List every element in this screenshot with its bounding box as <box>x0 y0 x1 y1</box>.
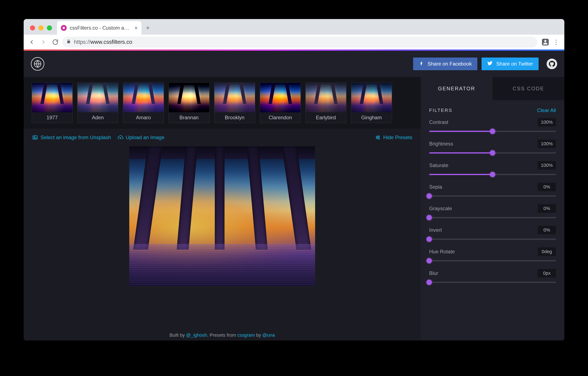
share-facebook-label: Share on Facebook <box>428 61 472 67</box>
preset-gingham[interactable]: Gingham <box>351 82 392 123</box>
filters-heading: FILTERS <box>429 108 452 113</box>
select-unsplash-link[interactable]: Select an image from Unsplash <box>32 134 111 140</box>
share-twitter-button[interactable]: Share on Twitter <box>482 57 539 70</box>
clear-all-button[interactable]: Clear All <box>537 107 556 113</box>
preset-thumb <box>214 83 255 112</box>
preset-thumb <box>351 83 392 112</box>
slider-value: 0deg <box>538 247 556 256</box>
page-content: Share on Facebook Share on Twitter 1977A… <box>24 49 564 341</box>
reload-button[interactable] <box>50 37 60 47</box>
preset-label: 1977 <box>32 112 73 123</box>
profile-button[interactable] <box>540 37 550 47</box>
slider-track[interactable] <box>429 260 556 261</box>
github-link[interactable] <box>546 59 557 69</box>
slider-grayscale: Grayscale0% <box>429 204 556 218</box>
slider-knob[interactable] <box>426 236 432 242</box>
cssgram-link[interactable]: cssgram <box>237 332 255 338</box>
fullscreen-window-button[interactable] <box>47 25 52 31</box>
slider-value: 100% <box>538 161 556 170</box>
preset-clarendon[interactable]: Clarendon <box>260 82 301 123</box>
slider-track[interactable] <box>429 217 556 218</box>
tab-strip: cssFilters.co - Custom and Inst × + <box>24 19 564 35</box>
slider-track[interactable] <box>429 174 556 175</box>
new-tab-button[interactable]: + <box>142 21 154 35</box>
slider-label: Grayscale <box>429 206 452 211</box>
slider-track[interactable] <box>429 152 556 154</box>
slider-knob[interactable] <box>490 129 495 134</box>
tab-close-icon[interactable]: × <box>135 25 138 31</box>
slider-value: 100% <box>538 118 556 126</box>
favicon <box>61 25 67 31</box>
slider-knob[interactable] <box>426 193 432 199</box>
svg-point-3 <box>34 137 35 137</box>
browser-window: cssFilters.co - Custom and Inst × + http… <box>24 19 564 341</box>
slider-value: 0% <box>538 204 556 213</box>
preset-brooklyn[interactable]: Brooklyn <box>214 82 255 123</box>
preset-earlybird[interactable]: Earlybird <box>305 82 346 123</box>
preset-label: Aden <box>77 112 118 123</box>
image-icon <box>32 134 38 140</box>
slider-label: Saturate <box>429 162 448 168</box>
slider-track[interactable] <box>429 239 556 240</box>
preset-aden[interactable]: Aden <box>77 82 118 123</box>
slider-label: Sepia <box>429 184 442 190</box>
upload-image-link[interactable]: Upload an Image <box>117 134 165 140</box>
preset-brannan[interactable]: Brannan <box>168 82 210 123</box>
preset-strip[interactable]: 1977AdenAmaroBrannanBrooklynClarendonEar… <box>24 77 421 129</box>
slider-track[interactable] <box>429 195 556 197</box>
minimize-window-button[interactable] <box>38 25 43 31</box>
hide-presets-toggle[interactable]: Hide Presets <box>375 134 412 140</box>
upload-icon <box>117 134 123 140</box>
tab-css-code[interactable]: CSS CODE <box>493 77 564 100</box>
preset-thumb <box>123 83 164 112</box>
slider-sepia: Sepia0% <box>429 183 556 197</box>
preset-1977[interactable]: 1977 <box>32 82 73 123</box>
browser-toolbar: https://www.cssfilters.co ⋮ <box>24 35 564 49</box>
preset-label: Clarendon <box>260 112 301 123</box>
preset-thumb <box>32 83 73 112</box>
una-link[interactable]: @una <box>262 332 275 338</box>
browser-tab[interactable]: cssFilters.co - Custom and Inst × <box>57 21 142 35</box>
app-header: Share on Facebook Share on Twitter <box>24 51 564 77</box>
preset-label: Earlybird <box>306 112 346 123</box>
select-unsplash-label: Select an image from Unsplash <box>41 134 111 140</box>
slider-blur: Blur0px <box>429 269 556 283</box>
lock-icon <box>66 39 71 45</box>
preview-image[interactable] <box>129 146 315 286</box>
hide-presets-label: Hide Presets <box>383 134 412 140</box>
tab-generator[interactable]: GENERATOR <box>421 77 493 100</box>
window-controls <box>27 25 55 35</box>
twitter-icon <box>487 60 493 67</box>
profile-icon <box>542 39 549 45</box>
preset-thumb <box>260 83 301 112</box>
back-button[interactable] <box>27 37 37 47</box>
share-facebook-button[interactable]: Share on Facebook <box>413 57 477 70</box>
menu-button[interactable]: ⋮ <box>551 37 561 47</box>
slider-knob[interactable] <box>426 258 432 264</box>
slider-track[interactable] <box>429 282 556 283</box>
preset-amaro[interactable]: Amaro <box>123 82 164 123</box>
kebab-icon: ⋮ <box>553 38 560 46</box>
slider-saturate: Saturate100% <box>429 161 556 175</box>
preset-label: Brannan <box>169 112 209 123</box>
preset-thumb <box>77 83 118 112</box>
slider-label: Hue Rotate <box>429 249 455 254</box>
slider-knob[interactable] <box>426 280 432 285</box>
slider-knob[interactable] <box>490 150 495 156</box>
svg-point-5 <box>377 137 378 138</box>
slider-knob[interactable] <box>426 215 432 220</box>
slider-label: Blur <box>429 270 438 276</box>
slider-knob[interactable] <box>490 172 495 177</box>
slider-track[interactable] <box>429 131 556 132</box>
forward-button[interactable] <box>38 37 49 47</box>
slider-label: Invert <box>429 227 442 233</box>
slider-value: 0% <box>538 226 556 234</box>
author-link[interactable]: @_ighosh <box>186 332 207 338</box>
preset-label: Amaro <box>123 112 164 123</box>
svg-point-0 <box>544 40 546 42</box>
app-logo[interactable] <box>31 57 44 71</box>
close-window-button[interactable] <box>30 25 35 31</box>
address-bar[interactable]: https://www.cssfilters.co <box>62 37 537 48</box>
preset-label: Brooklyn <box>214 112 255 123</box>
slider-invert: Invert0% <box>429 226 556 240</box>
